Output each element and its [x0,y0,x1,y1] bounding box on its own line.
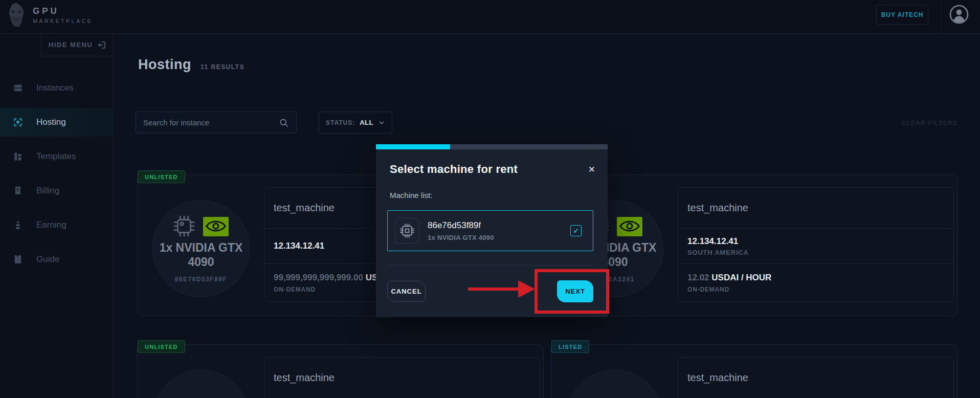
sidebar-item-templates[interactable]: Templates [0,142,114,171]
modal-divider [387,265,593,266]
price-value: 99,999,999,999,999.00 [274,273,363,282]
modal-footer: CANCEL NEXT [387,280,593,302]
sidebar-item-instances[interactable]: Instances [0,74,114,102]
billing-icon [13,186,23,196]
machine-info: test_machine 12.134.12.41 [264,357,540,398]
logo-subtitle: MARKETPLACE [33,18,93,24]
gpu-marketplace-app: GPU MARKETPLACE BUY AITECH HIDE MENU [0,0,980,398]
sidebar-item-label: Templates [36,151,76,162]
logo-title: GPU [33,6,93,16]
gpu-visual [566,370,663,398]
guide-icon [13,254,23,264]
status-badge: UNLISTED [138,170,185,183]
nvidia-logo-icon [616,215,643,237]
logo-text: GPU MARKETPLACE [33,6,93,24]
cancel-button[interactable]: CANCEL [387,281,426,302]
machine-list-item[interactable]: 86e76d53f89f 1x NVIDIA GTX 4090 ✓ [387,210,593,251]
instances-icon [13,83,23,93]
page-header: Hosting 11 RESULTS [138,57,244,73]
gpu-id: 86E76D53F89F [175,276,228,283]
machine-ip: 12.134.12.41 [687,236,944,247]
hosting-icon [13,117,23,127]
robot-head-logo-icon [5,2,28,28]
sidebar-menu: Instances Hosting Templates [0,74,114,279]
gpu-visual: 1x NVIDIA GTX4090 86E76D53F89F [152,200,250,297]
machine-name: test_machine [274,372,530,384]
sidebar-item-label: Instances [36,83,74,93]
machine-name: test_machine [687,202,944,214]
status-label: STATUS: [326,119,355,126]
sidebar-item-earning[interactable]: Earning [0,211,114,239]
gpu-visual: 1x NVIDIA GTX [152,370,250,398]
app-logo[interactable]: GPU MARKETPLACE [5,2,93,28]
status-filter-dropdown[interactable]: STATUS: ALL [319,112,392,134]
machine-item-gpu: 1x NVIDIA GTX 4090 [428,234,562,241]
machine-info: test_machine 12.134.12.41 [678,357,954,398]
search-icon [279,118,289,128]
sidebar-item-hosting[interactable]: Hosting [0,108,114,137]
price-value: 12.02 [687,273,709,282]
modal-progress-fill [376,144,450,149]
sidebar-item-label: Hosting [36,117,66,127]
sidebar-item-label: Guide [36,254,59,264]
hide-menu-button[interactable]: HIDE MENU [41,34,114,56]
templates-icon [13,151,23,162]
sidebar-item-label: Earning [36,220,66,230]
machine-region: SOUTH AMERICA [687,249,944,256]
nvidia-logo-icon [202,215,230,237]
chip-icon [399,223,415,238]
price-unit: USDAI / HOUR [711,273,771,282]
chip-icon-box [395,218,419,244]
machine-name: test_machine [687,372,944,384]
search-input[interactable] [143,118,279,127]
status-badge: UNLISTED [138,340,185,353]
machine-card[interactable]: 1x NVIDIA GTX4090 01C2A3241 test_machine… [551,174,957,316]
machine-item-id: 86e76d53f89f [428,220,562,231]
gpu-name: 1x NVIDIA GTX4090 [160,241,243,269]
exit-icon [97,40,106,50]
results-count: 11 RESULTS [201,63,244,71]
status-badge: LISTED [551,340,589,353]
page-title: Hosting [138,57,191,73]
hide-menu-label: HIDE MENU [49,41,93,49]
status-value: ALL [360,119,373,126]
billing-type: ON-DEMAND [687,286,944,293]
close-icon[interactable]: ✕ [588,165,595,174]
sidebar-item-guide[interactable]: Guide [0,245,114,274]
chip-icon [172,214,196,238]
sidebar: HIDE MENU Instances Hosting [0,34,114,398]
machine-card[interactable]: LISTED test_machine 12.13 [551,344,957,398]
select-machine-modal: Select machine for rent ✕ Machine list: … [376,144,608,317]
modal-title: Select machine for rent [390,163,518,176]
chevron-down-icon [378,119,385,126]
machine-item-text: 86e76d53f89f 1x NVIDIA GTX 4090 [428,220,562,241]
buy-aitech-button[interactable]: BUY AITECH [876,5,928,25]
machine-checkbox[interactable]: ✓ [570,225,582,236]
machine-info: test_machine 12.134.12.41 SOUTH AMERICA … [678,187,954,302]
clear-filters-button[interactable]: CLEAR FILTERS [902,120,957,127]
machine-card[interactable]: UNLISTED 1x NVIDIA GTX [137,344,544,398]
sidebar-item-billing[interactable]: Billing [0,176,114,205]
sidebar-item-label: Billing [36,186,59,196]
modal-progress-bar [376,144,608,149]
navbar-divider [941,0,941,34]
machine-list-label: Machine list: [390,191,432,200]
user-avatar-icon[interactable] [949,5,969,24]
search-box [136,112,297,134]
next-button[interactable]: NEXT [557,280,593,302]
earning-icon [13,220,23,230]
top-navbar: GPU MARKETPLACE BUY AITECH [0,0,980,34]
checkmark-icon: ✓ [573,227,579,235]
